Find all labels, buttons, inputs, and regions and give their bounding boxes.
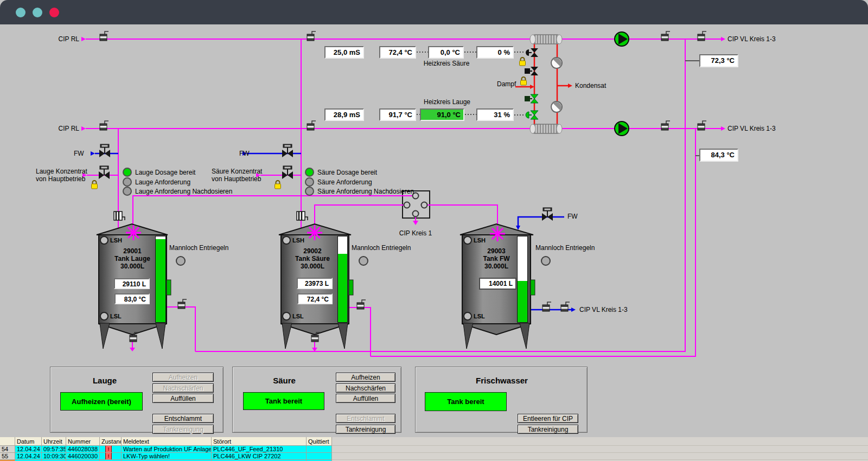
lamp-saeure-dosage-bereit: Säure Dosage bereit: [305, 168, 377, 177]
alarm-row[interactable]: 55 12.04.24 10:09:30 446020030 ! LKW-Typ…: [0, 453, 868, 460]
entleeren-fuer-cip-button[interactable]: Entleeren für CIP: [518, 414, 578, 423]
entschlammt-button[interactable]: Entschlammt: [152, 414, 214, 423]
cell-nummer: 446028038: [66, 446, 100, 453]
saeure-temp-setpoint-display: 0,0 °C: [428, 46, 464, 59]
header-stoerort: Störort: [212, 437, 307, 446]
lsl-sensor-icon: [100, 312, 108, 320]
nachschaerfen-button[interactable]: Nachschärfen: [336, 383, 395, 393]
fw-valve-icon[interactable]: [99, 144, 110, 157]
tank-saeure-volume-display: 23973 L: [297, 278, 333, 289]
cell-uhrzeit: 09:57:35: [42, 446, 66, 453]
lauge-konzentrat-valve-icon[interactable]: [99, 166, 110, 179]
lsh-sensor-icon: [464, 236, 471, 244]
panel-saeure: Säure Tank bereit Aufheizen Nachschärfen…: [232, 367, 401, 433]
header-quittiert: Quittiert: [307, 437, 332, 446]
steam-shutoff-valve-lauge-icon[interactable]: [525, 94, 538, 103]
mannloch-button[interactable]: [541, 257, 550, 265]
lsh-label: LSH: [474, 236, 486, 244]
lamp-lauge-anforderung: Lauge Anforderung: [123, 177, 190, 187]
fw-inlet-valve-icon[interactable]: [542, 208, 553, 221]
row-number: 55: [0, 453, 15, 460]
lsl-label: LSL: [292, 312, 304, 320]
mannloch-button[interactable]: [359, 257, 368, 265]
saeure-temp-display: 72,4 °C: [379, 46, 416, 59]
connector-lines: [685, 61, 699, 156]
sprayball-icon: [307, 225, 322, 240]
window-titlebar: [0, 0, 868, 24]
lsh-sensor-icon: [100, 236, 108, 244]
steam-control-valve-lauge-icon[interactable]: [526, 111, 538, 119]
window-close-icon[interactable]: [49, 8, 59, 17]
lsh-sensor-icon: [283, 236, 290, 244]
lsl-label: LSL: [474, 312, 485, 320]
sprayball-icon: [490, 226, 505, 241]
lauge-temp-control-display[interactable]: 91,0 °C: [420, 108, 464, 121]
mannloch-label: Mannloch Entriegeln: [535, 244, 595, 252]
lsl-sensor-icon: [283, 312, 290, 320]
header-meldetext: Meldetext: [122, 437, 212, 446]
window-dot-icon[interactable]: [33, 8, 42, 17]
lauge-temp-display: 91,7 °C: [379, 108, 416, 121]
cip-vl-label: CIP VL Kreis 1-3: [579, 306, 628, 313]
lamp-icon: [123, 177, 132, 187]
cip-pump-top-icon[interactable]: [615, 32, 629, 46]
cell-datum: 12.04.24: [15, 453, 42, 460]
lamp-saeure-nachdosieren: Säure Anforderung Nachdosieren: [305, 187, 414, 196]
fw-label: FW: [567, 213, 578, 220]
fw-valve-icon[interactable]: [282, 144, 293, 157]
auffuellen-button[interactable]: Auffüllen: [336, 394, 395, 403]
steam-shutoff-valve-saeure-icon[interactable]: [525, 67, 538, 75]
aufheizen-button[interactable]: Aufheizen: [336, 373, 395, 382]
tank-fw-volume-display[interactable]: 14001 L: [479, 278, 516, 290]
tankreinigung-button: Tankreinigung: [152, 425, 214, 434]
vl-temp-bottom-display: 84,3 °C: [699, 149, 738, 162]
lsh-label: LSH: [110, 236, 122, 244]
lamp-icon: [305, 177, 314, 187]
lamp-saeure-anforderung: Säure Anforderung: [305, 177, 372, 187]
cell-stoerort: PLC446_LKW CIP 27202: [212, 453, 307, 460]
lamp-lauge-nachdosieren: Lauge Anforderung Nachdosieren: [123, 187, 232, 196]
cell-meldetext: LKW-Typ wählen!: [122, 453, 212, 460]
heat-exchanger-bottom: [530, 124, 562, 133]
steam-trap-icon: [551, 57, 562, 68]
kondensat-label: Kondensat: [575, 82, 606, 89]
header-filler: [332, 437, 868, 446]
lsl-sensor-icon: [464, 312, 471, 320]
tank-lauge-nameplate: 29001Tank Lauge30.000L: [101, 247, 164, 270]
mannloch-label: Mannloch Entriegeln: [352, 244, 411, 252]
lauge-conductivity-display: 28,9 mS: [324, 108, 364, 121]
cell-uhrzeit: 10:09:30: [42, 453, 66, 460]
dampf-label: Dampf: [497, 80, 516, 88]
mannloch-button[interactable]: [176, 257, 185, 265]
hmi-screen: CIP RL CIP RL CIP VL Kreis 1-3 CIP VL Kr…: [0, 0, 868, 461]
auffuellen-button[interactable]: Auffüllen: [152, 394, 214, 403]
aufheizen-button: Aufheizen: [152, 373, 214, 382]
saeure-konzentrat-valve-icon[interactable]: [282, 166, 293, 179]
cip-kreis-1-label: CIP Kreis 1: [392, 229, 439, 237]
inline-heater-icon: [114, 212, 125, 220]
entschlammt-button: Entschlammt: [336, 414, 395, 423]
cip-pump-bottom-icon[interactable]: [615, 121, 629, 136]
tankreinigung-button[interactable]: Tankreinigung: [518, 425, 578, 434]
lamp-lauge-dosage-bereit: Lauge Dosage bereit: [123, 168, 195, 177]
tankreinigung-button[interactable]: Tankreinigung: [336, 425, 395, 434]
inline-heater-icon: [297, 212, 308, 220]
header-datum: Datum: [15, 437, 42, 446]
lock-icon: [92, 181, 98, 189]
panel-lauge: Lauge Aufheizen (bereit) Aufheizen Nachs…: [50, 367, 224, 433]
header-rownum: [0, 437, 15, 446]
status-box: Tank bereit: [425, 392, 507, 411]
saeure-konzentrat-label: Säure Konzentrat von Hauptbetrieb: [212, 168, 262, 183]
lauge-valve-pct-display: 31 %: [476, 108, 514, 121]
lsh-label: LSH: [292, 236, 304, 244]
steam-control-valve-saeure-icon[interactable]: [526, 48, 538, 57]
cip-rl-label: CIP RL: [48, 35, 79, 43]
panel-frischwasser: Frischwasser Tank bereit Entleeren für C…: [415, 367, 588, 433]
header-zustand: Zustand: [100, 437, 122, 446]
alarm-row[interactable]: 54 12.04.24 09:57:35 446028038 ! Warten …: [0, 446, 868, 453]
lsl-label: LSL: [110, 312, 122, 320]
window-dot-icon[interactable]: [16, 8, 25, 17]
tank-saeure-temp-display: 72,4 °C: [297, 293, 333, 304]
cip-vl-label: CIP VL Kreis 1-3: [727, 35, 776, 43]
panel-title: Frischwasser: [416, 376, 588, 385]
